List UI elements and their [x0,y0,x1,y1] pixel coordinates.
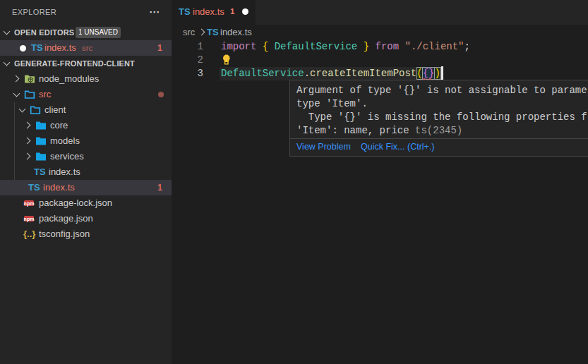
svg-text:npm: npm [24,201,35,207]
svg-text:npm: npm [24,217,35,222]
